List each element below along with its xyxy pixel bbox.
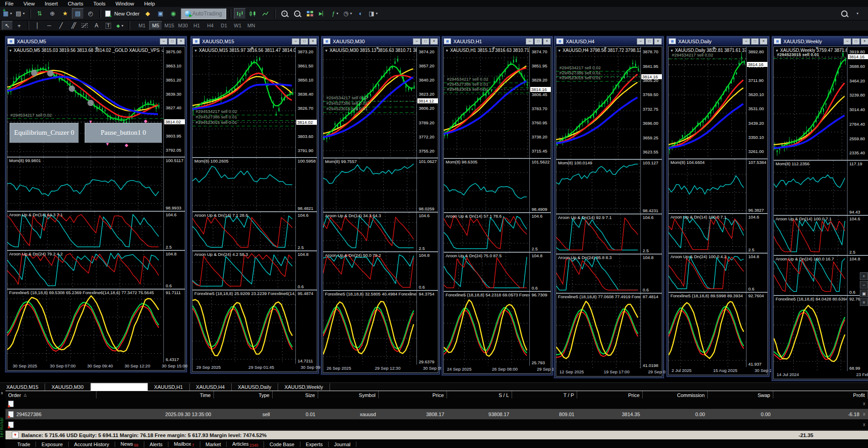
close-button[interactable]: × <box>543 38 551 45</box>
indicators-button[interactable]: ƒ▼ <box>330 8 341 19</box>
terminal-tab-news[interactable]: News99 <box>115 441 144 448</box>
autotrading-button[interactable]: ▶ AutoTrading <box>181 8 226 19</box>
window-tab-4[interactable]: XAUUSD,H4 <box>190 383 232 391</box>
maximize-button[interactable]: □ <box>852 38 860 45</box>
dock-snapshot-icon[interactable]: ▣ <box>860 290 868 297</box>
window-tab-5[interactable]: XAUUSD,Daily <box>232 383 278 391</box>
chart-candles-button[interactable] <box>247 8 259 19</box>
chart-plot-area[interactable]: ▼XAUUSD,M15 3815.97 3816.56 3811.47 3814… <box>193 47 296 157</box>
menu-help[interactable]: Help <box>139 1 160 6</box>
menu-charts[interactable]: Charts <box>63 1 88 6</box>
minimize-button[interactable]: – <box>843 38 851 45</box>
terminal-tab-exposure[interactable]: Exposure <box>36 442 68 447</box>
terminal-tab-alerts[interactable]: Alerts <box>144 442 168 447</box>
chart-plot-area[interactable]: Forexline5 (18,18,8) 84.0428 80.6394 <box>774 296 848 371</box>
chart-plot-area[interactable]: Mom(8) 100.2605 <box>193 158 296 211</box>
arrows-tool-button[interactable]: ◆▼ <box>115 21 126 30</box>
chart-plot-area[interactable]: ▼XAUUSD,Daily 3832.81 3871.61 37▼#294534… <box>669 47 746 158</box>
vline-tool-button[interactable]: │ <box>32 21 43 30</box>
maximize-button[interactable]: □ <box>168 38 176 45</box>
data-window-button[interactable]: ⊕ <box>46 8 58 19</box>
menu-view[interactable]: View <box>19 1 40 6</box>
menu-file[interactable]: File <box>0 1 19 6</box>
fibonacci-tool-button[interactable] <box>79 21 90 30</box>
chart-plot-area[interactable]: Mom(8) 112.2356 <box>774 161 848 215</box>
chart-plot-area[interactable]: ▼XAUUSD,H1 3815.13 3816.63 3810.71 3814.… <box>444 47 530 158</box>
minimize-button[interactable]: – <box>160 38 168 45</box>
column-header-swap[interactable]: Swap <box>708 391 773 399</box>
equilibrium-cruzer-button[interactable]: Equilibrium_Cruzer 0 <box>10 123 79 143</box>
chart-plot-area[interactable]: Mom(8) 99.7557 <box>323 158 417 212</box>
terminal-tab-trade[interactable]: Trade <box>12 442 36 447</box>
column-header-symbol[interactable]: Symbol <box>318 391 379 399</box>
maximize-button[interactable]: □ <box>751 38 759 45</box>
close-button[interactable]: × <box>760 38 767 45</box>
terminal-toggle-button[interactable]: ▤ <box>72 8 84 19</box>
search-button[interactable] <box>838 8 850 19</box>
chart-line-button[interactable] <box>259 8 271 19</box>
column-header-time[interactable]: Time <box>96 391 214 399</box>
chart-plot-area[interactable]: Aroon Up & Dn(14) 64.3 7.1 <box>7 212 164 250</box>
chart-plot-area[interactable]: Aroon Up & Dn(14) 34.3 64.3 <box>323 213 417 251</box>
row-close-icon[interactable]: x <box>863 401 865 406</box>
minimize-button[interactable]: – <box>637 38 645 45</box>
chart-plot-area[interactable]: Aroon Up & Dn(24) 50.0 79.2 <box>323 252 417 290</box>
terminal-tab-code-base[interactable]: Code Base <box>264 442 300 447</box>
cursor-tool-button[interactable]: ↖ <box>2 21 13 30</box>
column-header-profit[interactable]: Profit <box>773 391 868 399</box>
chart-plot-area[interactable]: Aroon Up & Dn(24) 100.0 4.2 <box>669 254 746 292</box>
profiles-button[interactable]: ▤▼ <box>15 8 26 19</box>
chart-bars-button[interactable] <box>234 8 246 19</box>
timeframe-h4-button[interactable]: H4 <box>204 21 217 30</box>
chart-plot-area[interactable]: Forexline5 (18,18,8) 89.5998 89.3934 <box>669 293 746 367</box>
chart-plot-area[interactable]: ▼XAUUSD,Weekly 3759.47 3871.61 3▼#294523… <box>774 47 848 160</box>
chart-plot-area[interactable]: Aroon Up & Dn(14) 57.1 78.6 <box>444 213 530 252</box>
menu-window[interactable]: Window <box>111 1 139 6</box>
chart-plot-area[interactable]: Forexline5 (18,18,8) 69.5308 65.2369 For… <box>7 290 164 362</box>
textlabel-tool-button[interactable]: T <box>103 21 114 30</box>
dock-zoom-out-icon[interactable]: − <box>860 281 868 289</box>
terminal-tab-articles[interactable]: Articles2340 <box>227 441 264 448</box>
column-header-price[interactable]: Price <box>577 391 643 399</box>
window-tab-0[interactable]: XAUUSD,M15 <box>0 383 45 391</box>
window-tab-1[interactable]: XAUUSD,M30 <box>45 383 90 391</box>
dock-settings-icon[interactable]: ≡ <box>860 298 868 306</box>
channel-tool-button[interactable]: ╱╱ <box>67 21 78 30</box>
chart-plot-area[interactable]: Aroon Up & Dn(24) 4.2 58.3 <box>193 251 296 289</box>
menu-tools[interactable]: Tools <box>88 1 111 6</box>
chart-plot-area[interactable]: Forexline5 (18,18,8) 54.2318 69.0573 For… <box>444 292 530 366</box>
close-button[interactable]: × <box>430 38 438 45</box>
chart-plot-area[interactable]: Aroon Up & Dn(24) 100.0 16.7 <box>774 256 848 295</box>
column-header-price[interactable]: Price <box>379 391 447 399</box>
timeframe-h1-button[interactable]: H1 <box>190 21 203 30</box>
sound-button[interactable]: ◉ <box>168 8 179 19</box>
window-tab-3[interactable]: XAUUSD,H1 <box>148 383 190 391</box>
minimize-button[interactable]: – <box>413 38 421 45</box>
row-close-icon[interactable]: x <box>863 412 865 417</box>
chart-plot-area[interactable]: Mom(8) 99.9801 <box>7 158 164 210</box>
timeframe-w1-button[interactable]: W1 <box>231 21 244 30</box>
zoom-in-button[interactable]: + <box>279 8 290 19</box>
chart-plot-area[interactable]: ▼XAUUSD,H4 3798.56 3817.72 3798.12 3814.… <box>556 47 641 159</box>
zoom-out-button[interactable]: − <box>291 8 303 19</box>
chart-plot-area[interactable]: Mom(8) 98.6305 <box>444 159 530 213</box>
market-watch-button[interactable]: ⇅ <box>34 8 46 19</box>
new-order-button[interactable]: New Order <box>114 11 140 16</box>
chart-plot-area[interactable]: Aroon Up & Dn(24) 75.0 87.5 <box>444 253 530 291</box>
table-row[interactable]: x <box>5 419 868 430</box>
window-tab-active[interactable] <box>91 383 148 392</box>
timeframe-m15-button[interactable]: M15 <box>163 21 176 30</box>
maximize-button[interactable]: □ <box>645 38 653 45</box>
chart-plot-area[interactable]: Aroon Up & Dn(14) 100.0 7.1 <box>774 216 848 255</box>
templates-button[interactable]: ◨▼ <box>368 8 380 19</box>
chart-plot-area[interactable]: ▼XAUUSD,M30 3815.13 3816.63 3810.71 3814… <box>323 47 417 158</box>
pause-button[interactable]: Pause_button1 0 <box>85 123 162 143</box>
timeframe-mn-button[interactable]: MN <box>245 21 258 30</box>
experts-button[interactable]: ▣ <box>155 8 167 19</box>
column-header-type[interactable]: Type <box>214 391 273 399</box>
chart-plot-area[interactable]: Forexline5 (18,18,8) 25.9209 23.2239 For… <box>193 290 296 364</box>
trendline-tool-button[interactable]: ╱ <box>56 21 66 30</box>
column-header-order[interactable]: Order△ <box>5 391 96 399</box>
toolbar-overflow-button[interactable]: ▼ <box>851 8 863 19</box>
close-button[interactable]: × <box>654 38 662 45</box>
